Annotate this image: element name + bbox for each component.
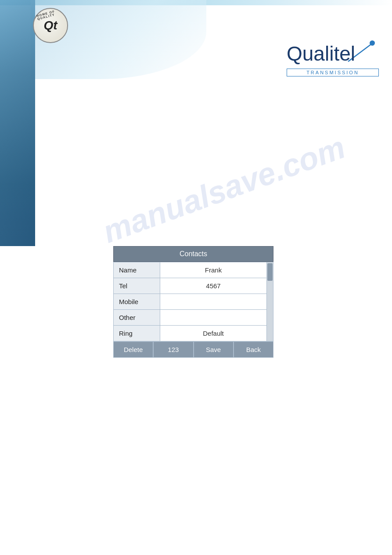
watermark: manualsave.com [98, 129, 349, 250]
qualitel-logo-svg: Qualitel [287, 40, 379, 66]
save-button[interactable]: Save [194, 341, 234, 358]
qt-logo-text: Qt [43, 19, 57, 32]
qt-logo: HOME OF QUALITY Qt [33, 8, 68, 43]
other-label: Other [114, 310, 160, 326]
other-value[interactable] [160, 310, 266, 326]
contacts-title: Contacts [113, 246, 273, 262]
ring-label: Ring [114, 326, 160, 341]
table-row: Name Frank [114, 262, 273, 278]
table-row: Mobile [114, 294, 273, 310]
contacts-form: Contacts Name Frank Tel 4567 Mobile [113, 246, 273, 358]
123-button[interactable]: 123 [153, 341, 193, 358]
table-row: Ring Default [114, 326, 273, 341]
table-row: Other [114, 310, 273, 326]
svg-text:Qualitel: Qualitel [287, 42, 355, 65]
name-label: Name [114, 262, 160, 278]
mobile-value[interactable] [160, 294, 266, 310]
contacts-table: Name Frank Tel 4567 Mobile Other [113, 262, 273, 341]
delete-button[interactable]: Delete [113, 341, 153, 358]
qualitel-transmission: TRANSMISSION [287, 69, 379, 76]
name-value[interactable]: Frank [160, 262, 266, 278]
qualitel-logo: Qualitel TRANSMISSION [287, 40, 379, 76]
tel-label: Tel [114, 278, 160, 294]
scrollbar[interactable] [267, 262, 273, 341]
ring-value[interactable]: Default [160, 326, 266, 341]
left-decoration-overlay [0, 0, 35, 246]
button-row: Delete 123 Save Back [113, 341, 273, 358]
tel-value[interactable]: 4567 [160, 278, 266, 294]
back-button[interactable]: Back [234, 341, 273, 358]
table-row: Tel 4567 [114, 278, 273, 294]
scrollbar-thumb[interactable] [267, 263, 273, 281]
mobile-label: Mobile [114, 294, 160, 310]
